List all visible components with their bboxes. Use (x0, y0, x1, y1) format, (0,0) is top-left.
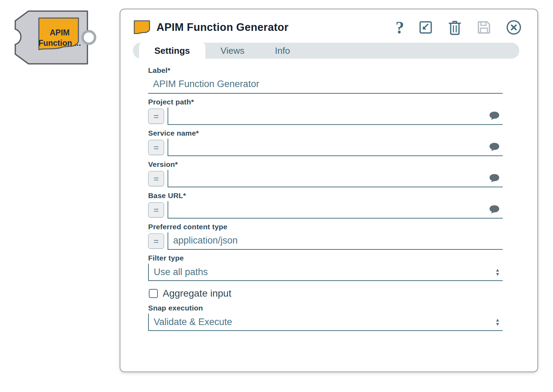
snap-execution-value: Validate & Execute (154, 317, 232, 327)
snap-execution-select[interactable]: Validate & Execute ▲ ▼ (148, 314, 503, 331)
base-url-expression-toggle[interactable]: = (148, 202, 164, 218)
field-filter-type: Filter type Use all paths ▲ ▼ (148, 254, 503, 281)
snap-execution-label: Snap execution (148, 304, 503, 312)
help-icon[interactable]: ? (395, 20, 404, 35)
project-path-expression-toggle[interactable]: = (148, 109, 164, 124)
comment-bubble-icon[interactable] (489, 205, 500, 215)
aggregate-input-label: Aggregate input (163, 288, 231, 299)
delete-icon[interactable] (447, 19, 462, 36)
project-path-input[interactable] (168, 108, 503, 124)
save-icon[interactable] (476, 20, 492, 35)
select-arrows-icon: ▲ ▼ (495, 318, 500, 326)
export-icon[interactable] (418, 20, 433, 35)
snap-node-label-line1: APIM (37, 28, 83, 38)
tab-settings[interactable]: Settings (139, 43, 205, 61)
dialog-title: APIM Function Generator (156, 21, 395, 34)
snap-node-apim-function-generator[interactable]: APIM Function ... (7, 8, 101, 70)
snap-settings-dialog: APIM Function Generator ? (120, 9, 538, 372)
version-input[interactable] (168, 170, 503, 187)
label-field-label: Label* (148, 66, 503, 75)
version-expression-toggle[interactable]: = (148, 171, 164, 186)
comment-bubble-icon[interactable] (489, 173, 500, 184)
canvas: { "node": { "label_line1": "APIM", "labe… (0, 0, 553, 392)
dialog-header-icons: ? (395, 19, 522, 36)
base-url-label: Base URL* (148, 191, 503, 200)
service-name-input[interactable] (168, 139, 503, 155)
dialog-header: APIM Function Generator ? (120, 9, 537, 38)
version-label: Version* (148, 160, 503, 169)
snap-node-label-line2: Function ... (37, 38, 83, 49)
preferred-content-type-expression-toggle[interactable]: = (148, 233, 164, 249)
tab-bar: Settings Views Info (133, 43, 519, 59)
filter-type-value: Use all paths (154, 267, 208, 278)
settings-form: Label* Project path* = Service name (120, 59, 537, 331)
base-url-input[interactable] (168, 201, 503, 218)
field-aggregate-input: Aggregate input (148, 288, 503, 299)
service-name-expression-toggle[interactable]: = (148, 140, 164, 155)
field-service-name: Service name* = (148, 129, 503, 156)
select-arrows-icon: ▲ ▼ (495, 268, 500, 276)
output-connector-icon (83, 31, 95, 44)
field-project-path: Project path* = (148, 98, 503, 125)
service-name-label: Service name* (148, 129, 503, 137)
label-input[interactable] (148, 76, 503, 94)
filter-type-select[interactable]: Use all paths ▲ ▼ (148, 264, 503, 281)
preferred-content-type-input[interactable] (168, 232, 503, 249)
snap-doc-icon (133, 19, 151, 35)
field-version: Version* = (148, 160, 503, 187)
filter-type-label: Filter type (148, 254, 503, 262)
comment-bubble-icon[interactable] (489, 142, 500, 153)
field-base-url: Base URL* = (148, 191, 503, 219)
project-path-label: Project path* (148, 98, 503, 106)
field-label: Label* (148, 66, 503, 94)
preferred-content-type-label: Preferred content type (148, 223, 503, 231)
close-icon[interactable] (505, 19, 522, 36)
field-snap-execution: Snap execution Validate & Execute ▲ ▼ (148, 304, 503, 331)
comment-bubble-icon[interactable] (489, 111, 500, 121)
snap-node-label: APIM Function ... (37, 28, 83, 49)
tab-info[interactable]: Info (260, 43, 305, 59)
field-preferred-content-type: Preferred content type = (148, 223, 503, 250)
aggregate-input-checkbox[interactable] (149, 289, 158, 298)
tab-views[interactable]: Views (205, 43, 260, 59)
